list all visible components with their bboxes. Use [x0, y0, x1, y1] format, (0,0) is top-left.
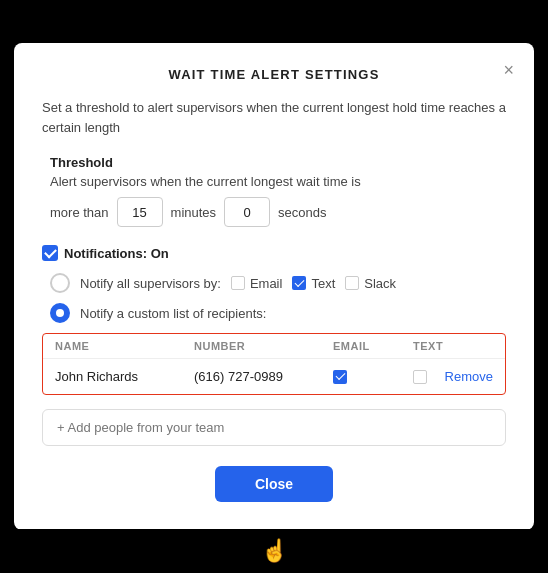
col-email: EMAIL	[333, 340, 413, 352]
modal-description: Set a threshold to alert supervisors whe…	[42, 98, 506, 137]
recipients-table: NAME NUMBER EMAIL TEXT John Richards (61…	[42, 333, 506, 395]
notify-all-label: Notify all supervisors by:	[80, 276, 221, 291]
notify-all-radio[interactable]	[50, 273, 70, 293]
close-button[interactable]: Close	[215, 466, 333, 502]
row-name: John Richards	[55, 369, 194, 384]
col-name: NAME	[55, 340, 194, 352]
notify-custom-radio[interactable]	[50, 303, 70, 323]
threshold-section: Threshold Alert supervisors when the cur…	[42, 155, 506, 227]
notifications-row: Notifications: On	[42, 245, 506, 261]
email-channel: Email	[231, 276, 283, 291]
slack-checkbox[interactable]	[345, 276, 359, 290]
notify-custom-row: Notify a custom list of recipients:	[50, 303, 506, 323]
threshold-row: more than minutes seconds	[50, 197, 506, 227]
row-number: (616) 727-0989	[194, 369, 333, 384]
email-checkbox[interactable]	[231, 276, 245, 290]
threshold-description: Alert supervisors when the current longe…	[50, 174, 506, 189]
table-header: NAME NUMBER EMAIL TEXT	[43, 334, 505, 359]
notify-options: Notify all supervisors by: Email Text Sl…	[42, 273, 506, 323]
email-label: Email	[250, 276, 283, 291]
row-email-cell	[333, 370, 413, 384]
row-text-cell: Remove	[413, 369, 493, 384]
table-row: John Richards (616) 727-0989 Remove	[43, 359, 505, 394]
modal: WAIT TIME ALERT SETTINGS × Set a thresho…	[14, 43, 534, 530]
row-email-checkbox[interactable]	[333, 370, 347, 384]
text-channel: Text	[292, 276, 335, 291]
cursor-icon: ☝	[261, 538, 288, 564]
threshold-title: Threshold	[50, 155, 506, 170]
slack-label: Slack	[364, 276, 396, 291]
text-label: Text	[311, 276, 335, 291]
footer: Close	[42, 466, 506, 502]
add-people-input[interactable]	[42, 409, 506, 446]
seconds-input[interactable]	[224, 197, 270, 227]
modal-title: WAIT TIME ALERT SETTINGS	[42, 67, 506, 82]
row-text-checkbox[interactable]	[413, 370, 427, 384]
slack-channel: Slack	[345, 276, 396, 291]
col-text: TEXT	[413, 340, 493, 352]
threshold-prefix: more than	[50, 205, 109, 220]
notifications-checkbox[interactable]	[42, 245, 58, 261]
bottom-bar: ☝	[0, 529, 548, 573]
minutes-label: minutes	[171, 205, 217, 220]
close-icon[interactable]: ×	[503, 61, 514, 79]
col-number: NUMBER	[194, 340, 333, 352]
remove-link[interactable]: Remove	[445, 369, 493, 384]
notify-custom-label: Notify a custom list of recipients:	[80, 306, 266, 321]
notify-all-row: Notify all supervisors by: Email Text Sl…	[50, 273, 506, 293]
notifications-label: Notifications: On	[64, 246, 169, 261]
minutes-input[interactable]	[117, 197, 163, 227]
seconds-label: seconds	[278, 205, 326, 220]
text-checkbox[interactable]	[292, 276, 306, 290]
